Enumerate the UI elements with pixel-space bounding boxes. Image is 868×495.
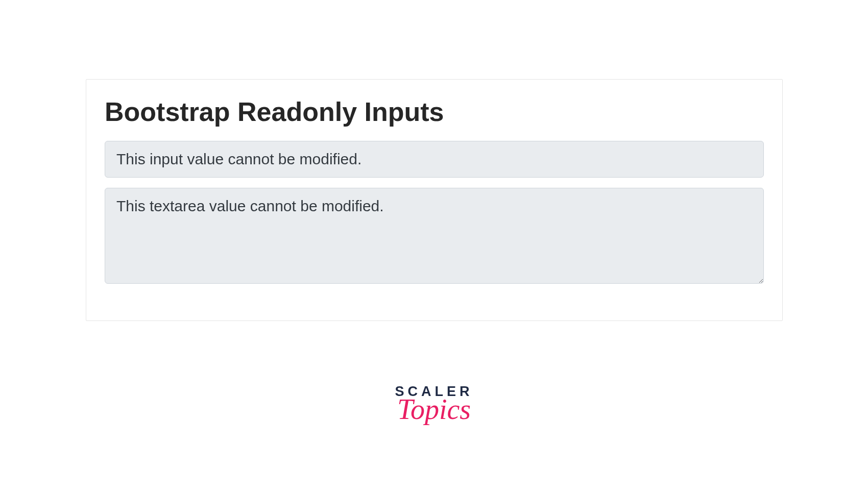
readonly-input (105, 141, 764, 178)
panel-heading: Bootstrap Readonly Inputs (105, 97, 764, 128)
logo-text-topics: Topics (397, 398, 471, 422)
readonly-textarea (105, 188, 764, 284)
demo-panel: Bootstrap Readonly Inputs (86, 79, 783, 321)
scaler-topics-logo: SCALER Topics (0, 385, 868, 422)
